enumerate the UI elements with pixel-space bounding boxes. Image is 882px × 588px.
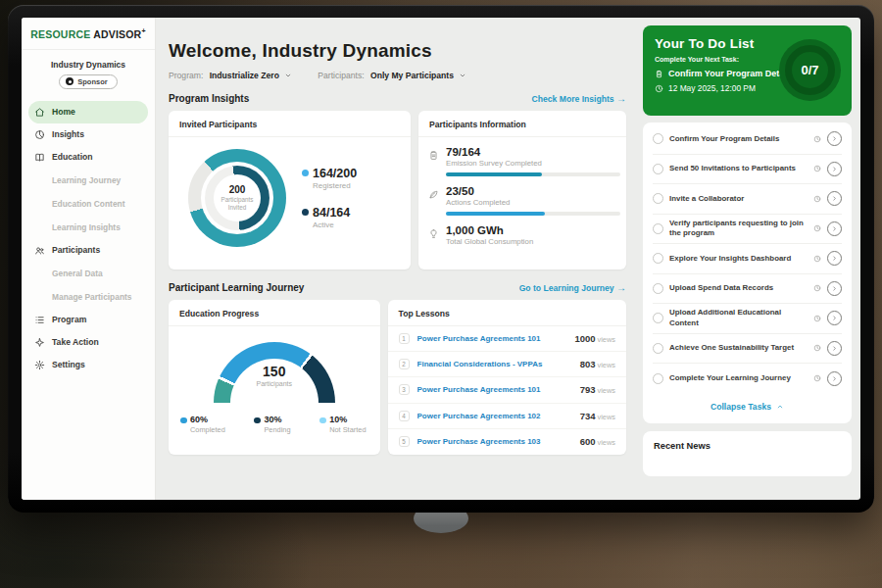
lesson-link[interactable]: Power Purchase Agreements 103: [417, 437, 572, 446]
sidebar-item-participants[interactable]: Participants: [22, 239, 155, 262]
clock-icon: [813, 195, 821, 203]
task-row: Achieve One Sustainability Target: [653, 334, 842, 365]
participants-filter-label: Participants:: [318, 71, 364, 80]
task-checkbox[interactable]: [653, 223, 663, 234]
task-open-button[interactable]: [827, 281, 842, 296]
task-row: Upload Additional Educational Content: [653, 304, 842, 334]
task-open-button[interactable]: [827, 131, 842, 146]
logo-advisor: ADVISOR: [93, 28, 141, 40]
task-label[interactable]: Upload Spend Data Records: [669, 283, 808, 293]
views-count: 1000: [574, 333, 595, 344]
sidebar-item-label: Education: [52, 152, 93, 162]
task-checkbox[interactable]: [653, 164, 663, 174]
recent-news-card: Recent News: [643, 431, 852, 476]
sponsor-badge[interactable]: Sponsor: [59, 74, 117, 89]
task-checkbox[interactable]: [653, 133, 663, 144]
task-open-button[interactable]: [827, 341, 842, 356]
legend-label: Active: [313, 220, 357, 229]
task-checkbox[interactable]: [653, 193, 663, 204]
consumption-icon: [428, 228, 439, 239]
sidebar-item-learning-insights[interactable]: Learning Insights: [22, 216, 155, 239]
program-filter-value: Industrialize Zero: [210, 71, 279, 80]
views-unit: views: [598, 335, 615, 344]
task-checkbox[interactable]: [653, 373, 663, 384]
participants-filter[interactable]: Participants: Only My Participants: [318, 71, 466, 80]
legend-value: 84/164: [313, 206, 357, 220]
collapse-label: Collapse Tasks: [710, 402, 771, 412]
sidebar-item-learning-journey[interactable]: Learning Journey: [22, 169, 155, 192]
top-lessons-card: Top Lessons 1 Power Purchase Agreements …: [388, 300, 626, 455]
education-progress-gauge-chart: 150 Participants: [214, 342, 335, 403]
task-checkbox[interactable]: [653, 253, 663, 264]
clock-icon: [813, 344, 821, 352]
task-label[interactable]: Confirm Your Program Details: [669, 134, 808, 144]
link-label: Go to Learning Journey: [519, 283, 614, 293]
task-label[interactable]: Verify participants requesting to join t…: [669, 219, 808, 239]
program-insights-header: Program Insights Check More Insights →: [169, 93, 626, 104]
todo-progress-value: 0/7: [779, 39, 841, 101]
views-unit: views: [598, 438, 615, 447]
lesson-link[interactable]: Power Purchase Agreements 101: [417, 385, 572, 394]
check-more-insights-link[interactable]: Check More Insights →: [532, 93, 626, 104]
chevron-up-icon: [776, 403, 784, 411]
task-label[interactable]: Explore Your Insights Dashboard: [669, 254, 808, 264]
legend-dot-active: [302, 209, 309, 216]
task-label[interactable]: Achieve One Sustainability Target: [669, 343, 808, 353]
go-to-learning-journey-link[interactable]: Go to Learning Journey →: [519, 282, 626, 293]
sidebar-item-manage-participants[interactable]: Manage Participants: [22, 285, 155, 309]
task-open-button[interactable]: [827, 162, 842, 176]
clock-icon: [813, 165, 821, 172]
task-checkbox[interactable]: [653, 313, 663, 323]
lesson-row: 3 Power Purchase Agreements 101 793views: [388, 377, 626, 403]
legend-value: 30%: [264, 415, 290, 424]
chevron-right-icon: [831, 135, 838, 142]
todo-next-task-label: Confirm Your Program Details: [668, 69, 794, 78]
donut-legend: 164/200 Registered 84/164 Active: [302, 167, 357, 229]
sidebar-item-program[interactable]: Program: [22, 309, 155, 331]
todo-task-list: Confirm Your Program Details Send 50 Inv…: [643, 122, 852, 423]
task-open-button[interactable]: [827, 221, 842, 236]
card-title: Invited Participants: [169, 111, 411, 137]
task-checkbox[interactable]: [653, 343, 663, 354]
task-label[interactable]: Upload Additional Educational Content: [669, 308, 808, 328]
sponsor-icon: [66, 77, 74, 85]
donut-center-caption: Participants Invited: [216, 196, 259, 212]
task-open-button[interactable]: [827, 251, 842, 266]
legend-dot-registered: [302, 170, 309, 176]
task-checkbox[interactable]: [653, 283, 663, 294]
chevron-down-icon: [459, 72, 466, 79]
sidebar-item-label: Take Action: [52, 337, 99, 347]
lesson-link[interactable]: Power Purchase Agreements 102: [417, 412, 572, 420]
sidebar-item-education-content[interactable]: Education Content: [22, 192, 155, 216]
legend-not-started: 10% Not Started: [319, 415, 366, 434]
program-filter[interactable]: Program: Industrialize Zero: [169, 71, 292, 80]
task-label[interactable]: Complete Your Learning Journey: [669, 373, 808, 383]
clock-icon: [813, 135, 821, 143]
legend-value: 10%: [329, 415, 366, 424]
clock-icon: [813, 284, 821, 292]
card-title: Participants Information: [418, 111, 626, 137]
legend-pending: 30% Pending: [254, 415, 290, 434]
task-open-button[interactable]: [827, 191, 842, 206]
emission-survey-progress-bar: [446, 172, 620, 176]
sidebar-item-take-action[interactable]: Take Action: [22, 331, 155, 354]
lesson-link[interactable]: Financial Considerations - VPPAs: [417, 360, 572, 368]
sidebar-item-insights[interactable]: Insights: [22, 123, 155, 146]
dashboard-screen: RESOURCE ADVISOR+ Industry Dynamics Spon…: [22, 18, 860, 500]
task-label[interactable]: Send 50 Invitations to Participants: [669, 164, 808, 173]
task-label[interactable]: Invite a Collaborator: [669, 194, 808, 204]
lesson-views: 1000views: [574, 333, 615, 344]
sidebar-item-home[interactable]: Home: [28, 101, 148, 123]
task-open-button[interactable]: [827, 311, 842, 325]
settings-icon: [34, 360, 45, 370]
views-count: 600: [580, 436, 596, 447]
lesson-link[interactable]: Power Purchase Agreements 101: [417, 334, 567, 343]
sidebar-item-education[interactable]: Education: [22, 146, 155, 169]
legend-active: 84/164 Active: [302, 206, 357, 229]
sidebar-item-label: Home: [52, 107, 75, 117]
collapse-tasks-button[interactable]: Collapse Tasks: [653, 394, 842, 419]
chevron-right-icon: [831, 225, 838, 232]
sidebar-item-settings[interactable]: Settings: [22, 354, 155, 376]
sidebar-item-general-data[interactable]: General Data: [22, 262, 155, 285]
task-open-button[interactable]: [827, 371, 842, 386]
